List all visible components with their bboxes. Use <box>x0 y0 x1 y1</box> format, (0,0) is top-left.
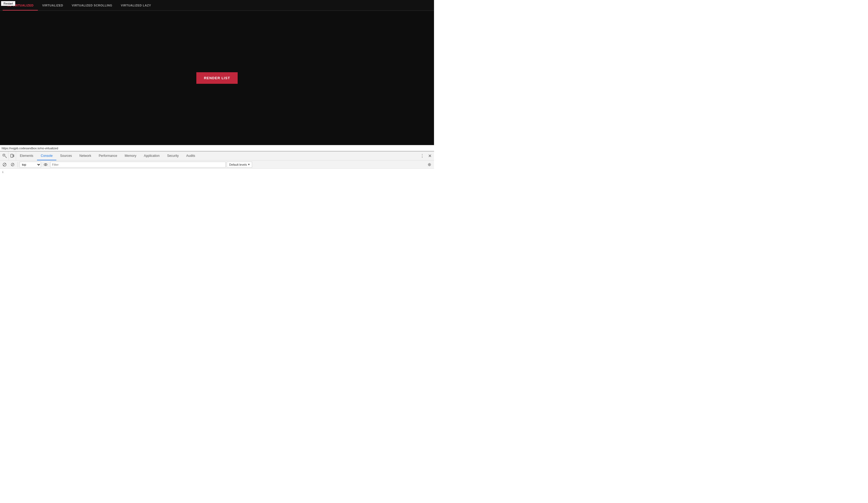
close-devtools-icon[interactable]: ✕ <box>426 153 433 159</box>
default-levels-button[interactable]: Default levels ▾ <box>227 162 252 168</box>
svg-rect-2 <box>13 155 14 157</box>
devtools-right-icons: ⋮ ✕ <box>419 151 434 160</box>
tab-virtualized-lazy[interactable]: VIRTUALIZED LAZY <box>117 0 156 10</box>
console-filter-input[interactable] <box>50 162 226 168</box>
restart-button[interactable]: Restart <box>1 1 15 6</box>
svg-point-8 <box>45 164 46 165</box>
svg-rect-0 <box>3 154 5 156</box>
console-toolbar: top Default levels ▾ <box>0 161 434 169</box>
devtools-tab-sources[interactable]: Sources <box>56 151 76 160</box>
console-settings-icon[interactable] <box>426 161 433 168</box>
devtools-tab-application[interactable]: Application <box>140 151 163 160</box>
eye-icon[interactable] <box>42 161 49 168</box>
more-options-icon[interactable]: ⋮ <box>419 153 425 159</box>
devtools-tab-elements[interactable]: Elements <box>16 151 37 160</box>
console-context-selector[interactable]: top <box>20 162 41 168</box>
devtools-tab-network[interactable]: Network <box>76 151 95 160</box>
devtools-tabs-row: Elements Console Sources Network Perform… <box>0 151 434 161</box>
svg-point-7 <box>44 163 47 166</box>
console-prompt-icon[interactable]: › <box>2 170 3 174</box>
clear-console-icon[interactable] <box>1 161 8 168</box>
inspect-element-icon[interactable] <box>1 151 9 160</box>
device-mode-icon[interactable] <box>9 151 16 160</box>
devtools-tab-performance[interactable]: Performance <box>95 151 121 160</box>
app-content: RENDER LIST <box>0 11 434 145</box>
svg-line-4 <box>3 163 6 166</box>
svg-rect-1 <box>11 154 13 157</box>
devtools-tab-memory[interactable]: Memory <box>121 151 140 160</box>
devtools-tab-security[interactable]: Security <box>163 151 183 160</box>
devtools-panel: Elements Console Sources Network Perform… <box>0 151 434 251</box>
tab-virtualized[interactable]: VIRTUALIZED <box>38 0 67 10</box>
svg-point-9 <box>429 164 430 165</box>
toolbar-divider <box>18 162 18 167</box>
svg-line-6 <box>11 163 14 166</box>
block-icon[interactable] <box>9 161 16 168</box>
chevron-down-icon: ▾ <box>248 163 250 166</box>
app-nav: NO VIRTUALIZED VIRTUALIZED VIRTUALIZED S… <box>0 0 434 11</box>
devtools-tab-audits[interactable]: Audits <box>183 151 199 160</box>
status-bar: https://vvgpb.codesandbox.io/no-virtuali… <box>0 145 434 151</box>
devtools-tab-console[interactable]: Console <box>37 151 56 160</box>
console-content: › <box>0 169 434 251</box>
tab-virtualized-scrolling[interactable]: VIRTUALIZED SCROLLING <box>68 0 117 10</box>
page-url: https://vvgpb.codesandbox.io/no-virtuali… <box>2 147 58 150</box>
render-list-button[interactable]: RENDER LIST <box>196 72 238 84</box>
